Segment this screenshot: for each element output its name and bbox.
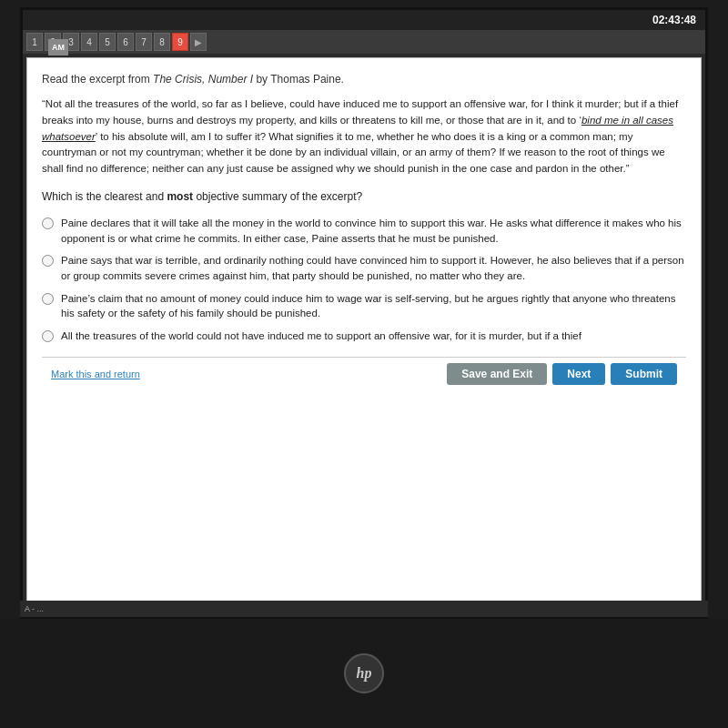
system-clock: 02:43:48 (652, 14, 696, 26)
taskbar: A - ... (20, 601, 708, 617)
tab-6[interactable]: 6 (117, 33, 134, 51)
button-group: Save and Exit Next Submit (447, 363, 677, 385)
bold-word: most (167, 190, 193, 203)
question-text: Which is the clearest and most objective… (42, 188, 686, 205)
tab-bar: 1 2 3 4 5 6 7 8 9 ▶ (23, 30, 705, 54)
option-c-text: Paine’s claim that no amount of money co… (61, 291, 686, 321)
hp-text: hp (357, 665, 372, 682)
tab-9[interactable]: 9 (172, 33, 188, 51)
bottom-bar: Mark this and return Save and Exit Next … (42, 357, 686, 390)
option-a-text: Paine declares that it will take all the… (61, 216, 686, 246)
tab-4[interactable]: 4 (81, 33, 97, 51)
taskbar-item: A - ... (25, 604, 44, 613)
option-c[interactable]: Paine’s claim that no amount of money co… (42, 291, 686, 321)
tab-8[interactable]: 8 (154, 33, 170, 51)
passage-text: “Not all the treasures of the world, so … (42, 96, 686, 177)
submit-button[interactable]: Submit (611, 363, 677, 385)
next-button[interactable]: Next (552, 363, 605, 385)
content-area: Read the excerpt from The Crisis, Number… (26, 57, 702, 612)
option-d[interactable]: All the treasures of the world could not… (42, 329, 686, 344)
am-icon: AM (48, 39, 68, 56)
tab-7[interactable]: 7 (136, 33, 152, 51)
option-a[interactable]: Paine declares that it will take all the… (42, 216, 686, 246)
radio-a[interactable] (42, 217, 54, 229)
radio-d[interactable] (42, 330, 54, 342)
option-b-text: Paine says that war is terrible, and ord… (61, 253, 686, 283)
hp-logo: hp (341, 651, 387, 696)
instruction-text: Read the excerpt from The Crisis, Number… (42, 71, 686, 87)
book-title: The Crisis, Number I (153, 73, 253, 86)
italic-phrase: bind me in all cases whatsoever (42, 115, 673, 142)
radio-b[interactable] (42, 255, 54, 267)
options-list: Paine declares that it will take all the… (42, 216, 686, 344)
os-topbar: 02:43:48 (23, 10, 705, 30)
option-d-text: All the treasures of the world could not… (61, 329, 581, 344)
option-b[interactable]: Paine says that war is terrible, and ord… (42, 253, 686, 283)
tab-5[interactable]: 5 (99, 33, 116, 51)
radio-c[interactable] (42, 293, 54, 305)
mark-return-link[interactable]: Mark this and return (51, 367, 140, 382)
monitor-base: hp (0, 619, 728, 728)
screen: 02:43:48 AM 1 2 3 4 5 6 7 8 9 ▶ Read the… (20, 7, 708, 619)
monitor-surround: 02:43:48 AM 1 2 3 4 5 6 7 8 9 ▶ Read the… (0, 0, 728, 728)
hp-circle: hp (344, 653, 384, 693)
tab-next-arrow[interactable]: ▶ (190, 33, 207, 51)
exam-panel: Read the excerpt from The Crisis, Number… (27, 58, 701, 612)
tab-1[interactable]: 1 (26, 33, 43, 51)
save-exit-button[interactable]: Save and Exit (447, 363, 547, 385)
